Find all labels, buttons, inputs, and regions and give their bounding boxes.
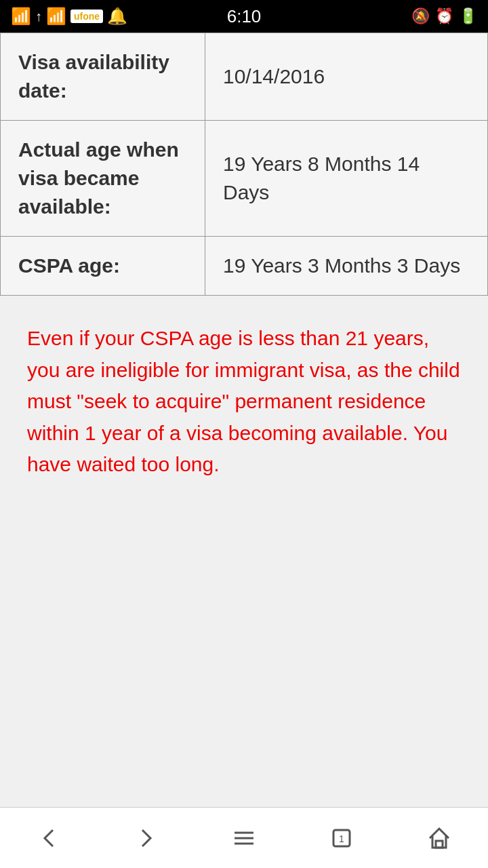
actual-age-label: Actual age when visa became available: bbox=[1, 121, 205, 237]
status-bar: 📶 ↑ 📶 ufone 🔔 6:10 🔕 ⏰ 🔋 bbox=[0, 0, 488, 33]
svg-text:1: 1 bbox=[339, 833, 344, 844]
battery-icon: 🔋 bbox=[459, 7, 477, 25]
status-right: 🔕 ⏰ 🔋 bbox=[411, 7, 477, 25]
carrier-signal: 📶 bbox=[46, 7, 66, 26]
actual-age-value: 19 Years 8 Months 14 Days bbox=[205, 121, 487, 237]
bottom-nav: 1 bbox=[0, 807, 488, 868]
table-row: Visa availability date: 10/14/2016 bbox=[1, 33, 488, 121]
notice-section: Even if your CSPA age is less than 21 ye… bbox=[0, 296, 488, 807]
carrier-badge: ufone bbox=[70, 9, 103, 23]
notification-icon: 🔔 bbox=[107, 7, 127, 26]
visa-date-label: Visa availability date: bbox=[1, 33, 205, 121]
back-button[interactable] bbox=[22, 818, 76, 859]
status-left: 📶 ↑ 📶 ufone 🔔 bbox=[11, 7, 127, 26]
home-button[interactable] bbox=[412, 818, 466, 859]
cspa-age-label: CSPA age: bbox=[1, 237, 205, 296]
visa-date-value: 10/14/2016 bbox=[205, 33, 487, 121]
table-row: CSPA age: 19 Years 3 Months 3 Days bbox=[1, 237, 488, 296]
svg-rect-5 bbox=[436, 841, 443, 848]
forward-button[interactable] bbox=[119, 818, 174, 859]
main-content: Visa availability date: 10/14/2016 Actua… bbox=[0, 33, 488, 807]
signal-icon: 📶 bbox=[11, 7, 31, 26]
clock: 6:10 bbox=[227, 6, 262, 27]
table-row: Actual age when visa became available: 1… bbox=[1, 121, 488, 237]
cspa-age-value: 19 Years 3 Months 3 Days bbox=[205, 237, 487, 296]
menu-button[interactable] bbox=[217, 818, 271, 859]
alarm-icon: ⏰ bbox=[435, 7, 453, 25]
notice-text: Even if your CSPA age is less than 21 ye… bbox=[27, 323, 461, 481]
silent-icon: 🔕 bbox=[411, 7, 430, 25]
tab-button[interactable]: 1 bbox=[314, 818, 369, 859]
network-icon: ↑ bbox=[35, 9, 42, 24]
results-table: Visa availability date: 10/14/2016 Actua… bbox=[0, 33, 488, 296]
